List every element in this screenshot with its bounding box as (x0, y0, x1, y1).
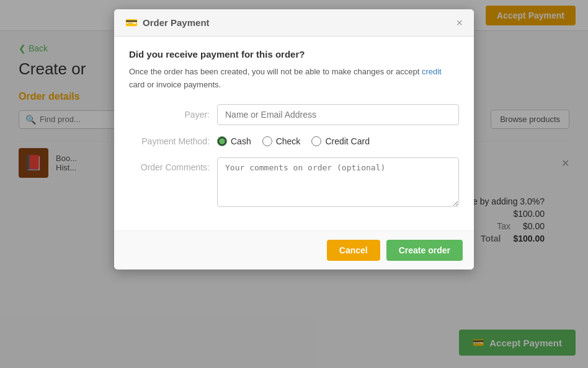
credit-link[interactable]: credit (422, 67, 442, 76)
radio-cash-label: Cash (231, 136, 251, 146)
radio-check[interactable]: Check (262, 136, 301, 146)
modal-header: 💳 Order Payment × (114, 9, 474, 37)
radio-cash[interactable]: Cash (217, 136, 251, 146)
modal-overlay: 💳 Order Payment × Did you receive paymen… (0, 0, 588, 368)
radio-credit[interactable]: Credit Card (311, 136, 370, 146)
modal-question: Did you receive payment for this order? (129, 49, 459, 59)
radio-credit-input[interactable] (311, 136, 321, 146)
cancel-button[interactable]: Cancel (327, 240, 380, 261)
payment-method-radio-group: Cash Check Credit Card (217, 136, 459, 146)
modal-body: Did you receive payment for this order? … (114, 37, 474, 230)
radio-cash-input[interactable] (217, 136, 227, 146)
comments-row: Order Comments: (129, 157, 459, 207)
comments-textarea[interactable] (217, 157, 459, 207)
modal-title-group: 💳 Order Payment (125, 17, 210, 28)
radio-check-input[interactable] (262, 136, 272, 146)
modal-close-button[interactable]: × (456, 17, 463, 28)
modal-footer: Cancel Create order (114, 230, 474, 269)
modal-description: Once the order has been created, you wil… (129, 66, 459, 92)
radio-check-label: Check (276, 136, 301, 146)
payment-method-row: Payment Method: Cash Check Credit Card (129, 136, 459, 146)
payer-label: Payer: (129, 110, 210, 120)
modal-credit-card-icon: 💳 (125, 17, 138, 28)
payer-input[interactable] (217, 104, 459, 125)
radio-credit-label: Credit Card (325, 136, 370, 146)
order-payment-modal: 💳 Order Payment × Did you receive paymen… (114, 9, 474, 269)
payer-row: Payer: (129, 104, 459, 125)
payment-method-label: Payment Method: (129, 136, 210, 146)
comments-label: Order Comments: (129, 162, 210, 172)
modal-title: Order Payment (143, 17, 210, 28)
create-order-button[interactable]: Create order (386, 240, 463, 261)
